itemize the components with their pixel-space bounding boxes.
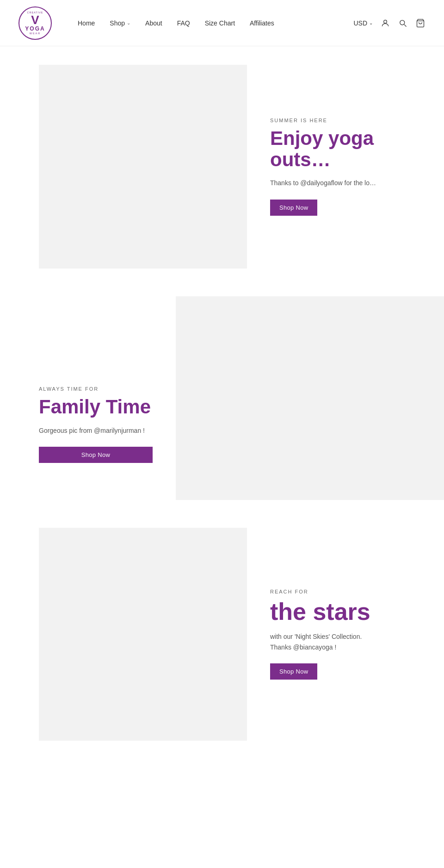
site-header: CREATIVE V YOGA WEAR Home Shop ⌄ About F… [0, 0, 444, 46]
search-icon[interactable] [398, 18, 408, 28]
header-actions: USD ⌄ [353, 18, 426, 28]
summer-heading: Enjoy yoga outs… [270, 128, 421, 170]
stars-text-block: REACH FOR the stars with our 'Night Skie… [247, 589, 444, 680]
cart-icon[interactable] [415, 18, 426, 28]
account-icon[interactable] [380, 18, 390, 28]
section-summer: SUMMER IS HERE Enjoy yoga outs… Thanks t… [0, 65, 444, 269]
stars-eyebrow: REACH FOR [270, 589, 421, 594]
stars-shop-now-button[interactable]: Shop Now [270, 663, 317, 680]
nav-about[interactable]: About [138, 16, 170, 31]
stars-body-line1: with our 'Night Skies' Collection. [270, 633, 362, 640]
nav-affiliates[interactable]: Affiliates [242, 16, 282, 31]
stars-image [39, 528, 247, 741]
svg-point-1 [400, 20, 405, 25]
stars-heading: the stars [270, 599, 421, 624]
logo-v: V [31, 13, 39, 27]
family-image-side [176, 296, 444, 500]
currency-selector[interactable]: USD ⌄ [353, 19, 373, 27]
nav-shop[interactable]: Shop ⌄ [102, 16, 138, 31]
family-body: Gorgeous pic from @marilynjurman ! [39, 425, 153, 436]
main-nav: Home Shop ⌄ About FAQ Size Chart Affilia… [70, 16, 282, 31]
svg-line-2 [404, 24, 407, 26]
currency-chevron-icon: ⌄ [369, 20, 373, 25]
summer-shop-now-button[interactable]: Shop Now [270, 200, 317, 216]
logo[interactable]: CREATIVE V YOGA WEAR [18, 6, 52, 40]
logo-wear: WEAR [25, 32, 45, 35]
logo-yoga: YOGA [25, 26, 45, 32]
main-content: SUMMER IS HERE Enjoy yoga outs… Thanks t… [0, 46, 444, 787]
family-text-block: ALWAYS TIME FOR Family Time Gorgeous pic… [0, 296, 176, 500]
nav-faq[interactable]: FAQ [170, 16, 197, 31]
summer-eyebrow: SUMMER IS HERE [270, 118, 421, 123]
family-shop-now-button[interactable]: Shop Now [39, 447, 153, 463]
stars-body: with our 'Night Skies' Collection. Thank… [270, 631, 421, 652]
family-heading: Family Time [39, 396, 153, 418]
summer-image [39, 65, 247, 269]
summer-text-block: SUMMER IS HERE Enjoy yoga outs… Thanks t… [247, 118, 444, 216]
family-image [176, 296, 444, 500]
summer-body: Thanks to @dailyogaflow for the lo… [270, 178, 421, 188]
svg-point-0 [384, 20, 387, 23]
family-eyebrow: ALWAYS TIME FOR [39, 386, 153, 392]
section-family: ALWAYS TIME FOR Family Time Gorgeous pic… [0, 296, 444, 500]
nav-size-chart[interactable]: Size Chart [197, 16, 242, 31]
section-stars: REACH FOR the stars with our 'Night Skie… [0, 528, 444, 741]
shop-dropdown-icon: ⌄ [127, 20, 130, 25]
stars-body-line2: Thanks @biancayoga ! [270, 643, 336, 651]
nav-home[interactable]: Home [70, 16, 102, 31]
